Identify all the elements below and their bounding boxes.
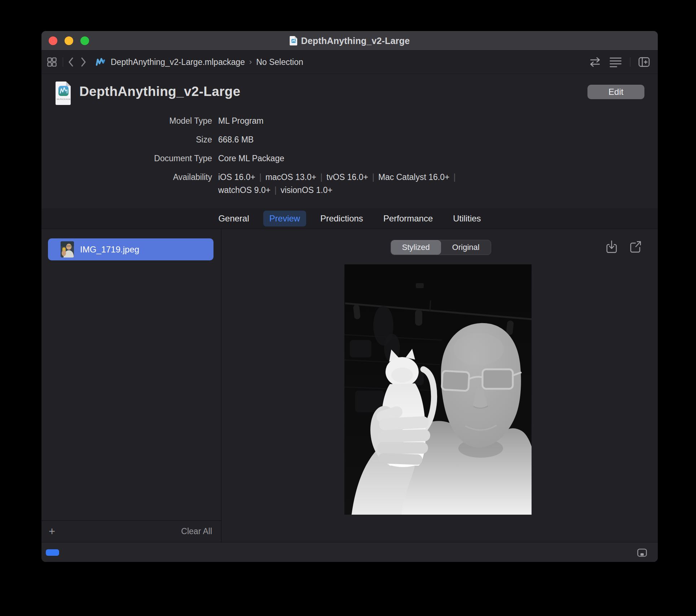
availability-line: iOS 16.0+|macOS 13.0+|tvOS 16.0+|Mac Cat… [218,171,459,184]
progress-indicator [46,549,59,556]
add-editor-icon[interactable] [638,57,650,67]
metadata-row: Document TypeCore ML Package [41,149,658,168]
back-button[interactable] [68,57,74,67]
open-external-icon[interactable] [629,240,642,255]
model-header: MLPACKAGE DepthAnything_v2-Large Edit Mo… [41,74,658,208]
titlebar[interactable]: DepthAnything_v2-Large [41,31,658,50]
download-icon[interactable] [605,240,618,255]
metadata-row: Size668.6 MB [41,130,658,149]
mlpackage-badge: MLPACKAGE [57,98,70,100]
edit-button[interactable]: Edit [587,85,644,99]
availability-separator: | [320,172,322,182]
metadata-row-availability: AvailabilityiOS 16.0+|macOS 13.0+|tvOS 1… [41,168,658,197]
availability-separator: | [453,172,455,182]
editor-grid-icon[interactable] [47,57,57,67]
tab-bar: GeneralPreviewPredictionsPerformanceUtil… [41,208,658,229]
breadcrumb-package[interactable]: DepthAnything_v2-Large.mlpackage [111,57,245,67]
availability-item: watchOS 9.0+ [218,185,270,195]
toolbar: DepthAnything_v2-Large.mlpackage › No Se… [41,50,658,74]
metadata-value: Core ML Package [218,154,284,163]
traffic-lights [49,36,89,45]
model-title: DepthAnything_v2-Large [79,84,241,99]
breadcrumb-separator: › [249,57,252,67]
code-review-icon[interactable] [589,57,601,67]
metadata-label: Availability [41,168,212,186]
toolbar-divider [630,57,630,67]
preview-pane: StylizedOriginal [221,229,658,542]
metadata-label: Size [41,135,212,145]
availability-item: iOS 16.0+ [218,172,255,182]
window-title-group: DepthAnything_v2-Large [290,31,410,50]
availability-item: macOS 13.0+ [265,172,316,182]
app-window: DepthAnything_v2-Large DepthAnything_v2- [41,31,658,562]
tab-utilities[interactable]: Utilities [447,211,487,226]
close-button[interactable] [49,36,57,45]
clear-all-button[interactable]: Clear All [181,527,216,536]
model-metadata: Model TypeML ProgramSize668.6 MBDocument… [41,111,658,197]
metadata-row: Model TypeML Program [41,111,658,130]
file-thumbnail [61,241,74,258]
window-title: DepthAnything_v2-Large [301,36,410,46]
availability-separator: | [274,185,277,195]
status-bar [41,542,658,562]
add-input-button[interactable]: + [47,526,57,537]
stylized-original-segmented-control: StylizedOriginal [391,240,491,255]
tab-general[interactable]: General [212,211,255,226]
mlmodel-breadcrumb-icon [96,57,106,67]
mlpackage-icon: MLPACKAGE [55,81,72,106]
file-name: IMG_1719.jpeg [80,245,139,255]
availability-separator: | [372,172,374,182]
metadata-label: Model Type [41,116,212,126]
availability-item: Mac Catalyst 16.0+ [378,172,450,182]
depth-map-image [344,264,532,515]
availability-item: visionOS 1.0+ [281,185,332,195]
toolbar-right-group [589,57,650,67]
tab-predictions[interactable]: Predictions [314,211,369,226]
tab-performance[interactable]: Performance [377,211,439,226]
metadata-label: Document Type [41,154,212,163]
document-icon [290,36,298,46]
forward-button[interactable] [81,57,86,67]
segment-original[interactable]: Original [441,240,491,255]
availability-values: iOS 16.0+|macOS 13.0+|tvOS 16.0+|Mac Cat… [218,168,459,197]
file-list-item[interactable]: IMG_1719.jpeg [48,238,213,260]
metadata-value: ML Program [218,116,264,126]
fullscreen-button[interactable] [80,36,89,45]
availability-item: tvOS 16.0+ [326,172,368,182]
depth-map-preview[interactable] [344,264,532,515]
content-area: IMG_1719.jpeg + Clear All StylizedOrigin… [41,229,658,542]
minimize-button[interactable] [65,36,73,45]
document-items-icon[interactable] [609,57,622,67]
availability-separator: | [259,172,261,182]
availability-line: watchOS 9.0+|visionOS 1.0+ [218,184,459,197]
breadcrumb-selection[interactable]: No Selection [256,57,303,67]
segment-stylized[interactable]: Stylized [391,240,441,255]
toolbar-divider [63,57,63,67]
preview-input-sidebar: IMG_1719.jpeg + Clear All [41,229,221,542]
metadata-value: 668.6 MB [218,135,254,145]
tab-preview[interactable]: Preview [263,211,306,226]
sidebar-footer: + Clear All [41,520,221,542]
display-device-icon[interactable] [637,549,647,558]
